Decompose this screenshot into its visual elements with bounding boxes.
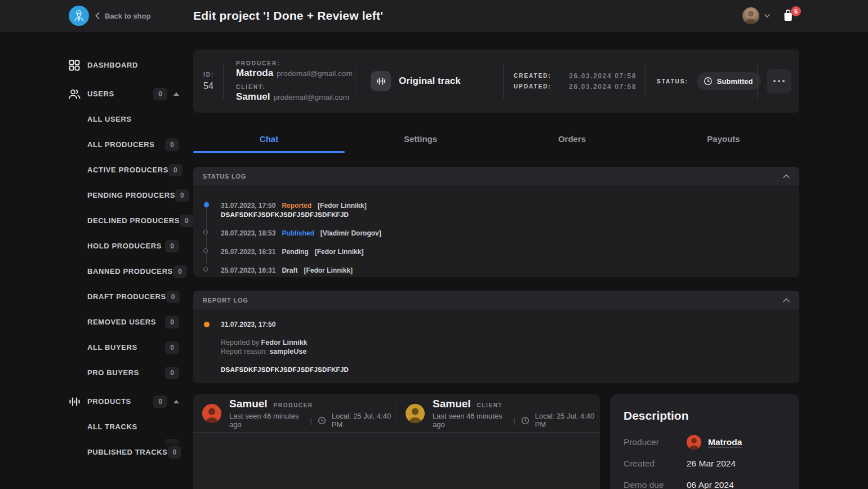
- sidebar-item-count-badge: 0: [168, 164, 182, 176]
- sidebar-item-all-tracks[interactable]: ALL TRACKS: [0, 414, 193, 439]
- tab-orders[interactable]: Orders: [496, 124, 648, 153]
- status-log-status: Draft: [282, 266, 297, 274]
- status-log-entry-line: 28.07.2023, 18:53Published[Vladimir Doro…: [221, 228, 799, 238]
- project-tabs: ChatSettingsOrdersPayouts: [193, 124, 799, 153]
- sidebar-item-pending-producers[interactable]: PENDING PRODUCERS0: [0, 183, 193, 208]
- participant-role: PRODUCER: [274, 402, 313, 408]
- report-log-meta: Reported by Fedor LinnikkReport reason: …: [221, 338, 799, 356]
- description-row-demo-due: Demo due06 Apr 2024: [624, 478, 786, 489]
- chat-participant-producer[interactable]: SamuelPRODUCERLast seen 46 minutes ago|L…: [193, 394, 397, 432]
- back-to-shop-link[interactable]: Back to shop: [95, 0, 151, 32]
- description-row-value: Matroda: [687, 435, 742, 450]
- sidebar-item-label: PRODUCTS: [87, 397, 131, 406]
- reported-by-label: Reported by: [221, 339, 259, 346]
- project-actions-button[interactable]: [767, 69, 791, 94]
- sidebar-item-removed-users[interactable]: REMOVED USERS0: [0, 309, 193, 335]
- tab-chat[interactable]: Chat: [193, 124, 345, 153]
- person-hat-logo-icon: [72, 8, 86, 23]
- users-icon: [68, 87, 81, 101]
- status-log-entry: 28.07.2023, 18:53Published[Vladimir Doro…: [193, 228, 799, 238]
- dashboard-icon: [68, 59, 81, 72]
- chevron-up-icon: [173, 400, 179, 403]
- avatar: [202, 404, 221, 423]
- sidebar-item-all-buyers[interactable]: ALL BUYERS0: [0, 335, 193, 360]
- client-label: CLIENT:: [236, 84, 355, 90]
- sidebar-item-count-badge: 0: [165, 139, 179, 151]
- client-email: prodemail@gmail.com: [273, 93, 349, 101]
- sidebar-item-label: ALL PRODUCERS: [87, 140, 155, 149]
- tab-payouts[interactable]: Payouts: [648, 124, 799, 153]
- sidebar-item-count-badge: 0: [180, 215, 194, 227]
- sidebar-item-pro-buyers[interactable]: PRO BUYERS0: [0, 360, 193, 385]
- sidebar-item-products[interactable]: PRODUCTS0: [0, 389, 193, 414]
- description-row-label: Demo due: [624, 480, 687, 489]
- top-bar: Back to shop Edit project '! Done + Revi…: [0, 0, 868, 32]
- report-log-entry: 31.07.2023, 17:50Reported by Fedor Linni…: [193, 317, 799, 374]
- status-log-entry-line: 25.07.2023, 16:31Pending[Fedor Linnikk]: [221, 247, 799, 256]
- status-log-date: 31.07.2023, 17:50: [221, 202, 275, 210]
- project-people-block: PRODUCER: Matrodaprodemail@gmail.com CLI…: [224, 60, 355, 103]
- sidebar-item-count-badge: 0: [153, 88, 167, 100]
- producer-link[interactable]: Matroda: [708, 437, 742, 447]
- sidebar-partial-badge: [164, 439, 179, 449]
- chevron-up-icon: [173, 92, 179, 96]
- sidebar-item-declined-producers[interactable]: DECLINED PRODUCERS0: [0, 208, 193, 233]
- status-log-entry-line: 25.07.2023, 16:31Draft[Fedor Linnikk]: [221, 265, 799, 275]
- report-dot-icon: [204, 322, 210, 327]
- clock-icon: [521, 416, 529, 425]
- description-card: Description ProducerMatrodaCreated26 Mar…: [610, 394, 799, 489]
- cart-count-badge: 5: [791, 6, 801, 16]
- description-row-created: Created26 Mar 2024: [624, 456, 786, 471]
- chat-participants-header: SamuelPRODUCERLast seen 46 minutes ago|L…: [193, 394, 600, 433]
- sidebar-item-label: ALL USERS: [87, 115, 132, 123]
- avatar: [406, 404, 425, 423]
- track-type-label: Original track: [399, 75, 461, 87]
- description-row-label: Created: [624, 459, 687, 469]
- sidebar-item-label: DASHBOARD: [87, 61, 138, 69]
- cart-button[interactable]: 5: [782, 8, 801, 25]
- sidebar-item-hold-producers[interactable]: HOLD PRODUCERS0: [0, 233, 193, 259]
- status-log-header[interactable]: STATUS LOG: [193, 167, 799, 185]
- sidebar-item-label: PUBLISHED TRACKS: [87, 448, 168, 456]
- sidebar-item-draft-producers[interactable]: DRAFT PRODUCERS0: [0, 284, 193, 309]
- participant-last-seen: Last seen 46 minutes ago: [229, 412, 304, 429]
- sidebar-item-dashboard[interactable]: DASHBOARD: [0, 52, 193, 78]
- status-log-date: 25.07.2023, 16:31: [221, 266, 275, 274]
- participant-local-time: Local: 25 Jul, 4:40 PM: [535, 412, 600, 429]
- status-log-entry: 25.07.2023, 16:31Draft[Fedor Linnikk]: [193, 265, 799, 275]
- client-block: CLIENT: Samuelprodemail@gmail.com: [236, 84, 355, 103]
- sidebar-item-all-producers[interactable]: ALL PRODUCERS0: [0, 132, 193, 157]
- sidebar-item-count-badge: 0: [153, 395, 167, 408]
- sidebar-item-banned-producers[interactable]: BANNED PRODUCERS0: [0, 259, 193, 284]
- participant-meta: Last seen 46 minutes ago|Local: 25 Jul, …: [433, 412, 600, 429]
- participant-role: CLIENT: [477, 402, 503, 408]
- app-logo[interactable]: [69, 6, 89, 26]
- sidebar-item-label: PENDING PRODUCERS: [87, 191, 175, 199]
- sidebar-item-label: PRO BUYERS: [87, 368, 139, 377]
- project-dates-block: CREATED: 26.03.2024 07:58 UPDATED: 26.03…: [504, 69, 646, 94]
- sidebar-item-all-users[interactable]: ALL USERS: [0, 106, 193, 132]
- updated-value: 26.03.2024 07:58: [569, 83, 636, 91]
- sidebar-item-count-badge: 0: [173, 265, 187, 278]
- project-status-block: STATUS: Submitted: [646, 72, 757, 90]
- sidebar-nav: DASHBOARDUSERS0ALL USERSALL PRODUCERS0AC…: [0, 32, 193, 489]
- report-log-header[interactable]: REPORT LOG: [193, 291, 799, 309]
- sidebar-item-label: ALL BUYERS: [87, 343, 137, 352]
- participant-meta: Last seen 46 minutes ago|Local: 25 Jul, …: [229, 412, 397, 429]
- products-icon: [68, 395, 81, 408]
- status-log-actor: [Fedor Linnikk]: [304, 266, 353, 274]
- chat-participant-client[interactable]: SamuelCLIENTLast seen 46 minutes ago|Loc…: [397, 394, 600, 432]
- status-badge[interactable]: Submitted: [697, 72, 762, 90]
- clock-icon: [318, 416, 326, 425]
- status-log-status: Published: [282, 229, 314, 237]
- divider: |: [310, 416, 311, 425]
- sidebar-item-active-producers[interactable]: ACTIVE PRODUCERS0: [0, 157, 193, 183]
- status-log-status: Reported: [282, 202, 311, 210]
- user-menu-button[interactable]: [742, 7, 770, 24]
- status-log-status: Pending: [282, 248, 308, 256]
- sidebar-item-users[interactable]: USERS0: [0, 81, 193, 106]
- report-log-date: 31.07.2023, 17:50: [221, 320, 799, 329]
- tab-settings[interactable]: Settings: [345, 124, 496, 153]
- sidebar-item-label: DECLINED PRODUCERS: [87, 216, 180, 225]
- status-log-entry: 25.07.2023, 16:31Pending[Fedor Linnikk]: [193, 247, 799, 256]
